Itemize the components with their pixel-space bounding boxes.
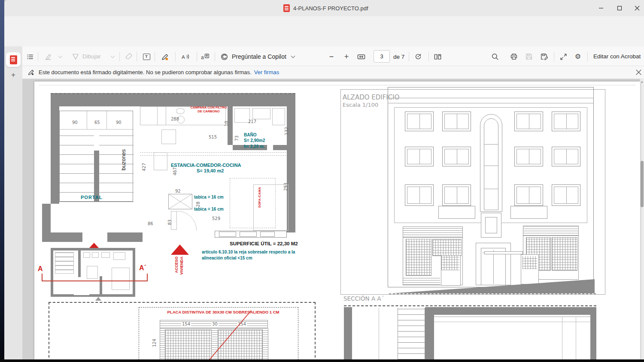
close-window-button[interactable] [629, 0, 644, 16]
window-title-group: 4-PLANOS-F PROYECTO.pdf [283, 4, 368, 12]
dim-92: 92 [175, 189, 181, 193]
dim-30: 30 [211, 322, 219, 326]
fit-width-icon[interactable] [357, 52, 365, 61]
signature-pen-icon[interactable] [161, 52, 169, 61]
svg-text:A: A [182, 54, 185, 60]
estancia-area-label: S= 19,40 m2 [197, 168, 224, 173]
search-document-icon[interactable] [491, 52, 499, 61]
page-total-label: de 7 [393, 54, 404, 60]
tabica-2: tabica = 16 cm [194, 207, 224, 211]
section-marker-a: A [38, 265, 43, 273]
notice-message: Este documento está firmado digitalmente… [39, 69, 252, 75]
maximize-button[interactable] [611, 0, 629, 16]
table-of-contents-icon[interactable] [26, 52, 34, 61]
dim-515: 515 [209, 135, 217, 139]
view-signatures-link[interactable]: Ver firmas [254, 69, 279, 75]
draw-label[interactable]: Dibujar [82, 53, 101, 60]
draw-chevron-icon[interactable] [108, 52, 117, 61]
dim-65: 65 [94, 120, 100, 125]
scrollbar-thumb[interactable] [641, 161, 644, 207]
estancia-label: ESTANCIA-COMEDOR-COCINA [171, 163, 241, 168]
translate-icon[interactable]: a [201, 52, 210, 61]
read-aloud-icon[interactable]: A [181, 52, 190, 61]
articulo-line-2: alineación oficial <15 cm [202, 256, 252, 260]
buzones-label: buzones [120, 149, 127, 170]
placa-label: PLACA DISTINTIVA DE 30X30 CM SOBRESALIEN… [142, 310, 305, 314]
taskbar-edge [0, 359, 644, 362]
dim-154a: 154 [181, 322, 191, 326]
storefront-left [403, 226, 463, 285]
highlighter-icon[interactable] [44, 52, 52, 61]
dim-288: 288 [171, 117, 179, 121]
campana-label: CAMPANA CON FILTRODE CARBONO [188, 106, 229, 113]
desktop-background [0, 0, 4, 362]
print-icon[interactable] [510, 52, 518, 61]
bath-label: BAÑOS= 2,90m2 [244, 132, 265, 143]
screen: 4-PLANOS-F PROYECTO.pdf ⌂ i Archivo C:/U… [0, 0, 644, 362]
window-title: 4-PLANOS-F PROYECTO.pdf [293, 5, 368, 12]
dim-83: 83 [167, 220, 172, 225]
navigation-bar: ⌂ i Archivo C:/Users/antonio3/Desktop/AÑ… [4, 16, 644, 33]
vertical-tab-strip: + [4, 46, 22, 359]
pdf-file-icon [283, 4, 290, 12]
signature-notice-bar: Este documento está firmado digitalmente… [22, 66, 644, 79]
copilot-ask-label[interactable]: Pregúntale a Copilot [232, 53, 286, 60]
add-text-icon[interactable]: T [142, 52, 151, 61]
section-cut-line [42, 281, 148, 281]
awning [484, 251, 523, 254]
bath-height-label: h= 2,20 m. [244, 144, 265, 149]
fullscreen-icon[interactable] [559, 52, 568, 61]
dim-10: 10 [224, 121, 229, 127]
dim-90a: 90 [72, 120, 78, 125]
scrollbar-track[interactable] [640, 79, 644, 359]
section-title: SECCIÓN A A´ [343, 295, 384, 302]
rotate-icon[interactable] [414, 52, 422, 61]
save-as-icon[interactable] [540, 52, 548, 61]
highlighter-chevron-icon[interactable] [56, 52, 64, 61]
edit-acrobat-button[interactable]: Editar con Acrobat [593, 53, 641, 60]
tabica-1: tabica = 16 cm [194, 195, 224, 199]
dim-28: 28 [196, 202, 200, 207]
favorites-bar: Importar favoritos Pestañas de 17/07/...… [4, 33, 644, 46]
dim-217: 217 [248, 119, 256, 124]
zoom-out-button[interactable]: − [327, 52, 336, 61]
dim-86: 86 [148, 221, 153, 226]
articulo-line-1: artículo 6.10.10 la reja sobresale respe… [202, 250, 295, 254]
dim-132: 132 [284, 127, 289, 135]
superficie-label: SUPERFICIE ÚTIL = 22,30 M2 [230, 241, 337, 246]
copilot-ask-icon[interactable] [220, 52, 228, 61]
draw-pen-icon[interactable] [71, 52, 80, 61]
elevation-scale: Escala 1/100 [343, 102, 378, 108]
signature-notice-text: Este documento está firmado digitalmente… [39, 69, 279, 75]
dim-124: 124 [152, 339, 157, 347]
dim-73: 73 [234, 136, 239, 141]
acceso-vivienda-arrow [171, 244, 189, 255]
zoom-in-button[interactable]: + [342, 52, 351, 61]
page-view-icon[interactable] [433, 52, 442, 61]
minimize-button[interactable] [592, 0, 610, 16]
active-pdf-tab[interactable] [6, 52, 21, 67]
pdf-tab-icon [10, 55, 17, 64]
dim-90b: 90 [116, 120, 122, 125]
dim-529: 529 [212, 216, 220, 221]
close-notice-icon[interactable] [635, 69, 642, 75]
copilot-chevron-icon[interactable] [289, 52, 297, 61]
new-tab-button[interactable]: + [9, 70, 18, 80]
portal-label: PORTAL [81, 195, 102, 200]
save-icon[interactable] [525, 52, 533, 61]
acceso-vivienda-label-2: VIVIENDA [179, 256, 184, 275]
dim-467: 467 [173, 167, 177, 175]
scrollbar-up-icon[interactable]: ▲ [641, 80, 644, 83]
acceso-arrow [89, 243, 99, 248]
sofa-cama-label: SOFA-CAMA [258, 187, 261, 208]
dim-427: 427 [142, 163, 146, 171]
settings-gear-icon[interactable]: ⚙ [574, 52, 582, 61]
page-number-input[interactable]: 3 [374, 50, 390, 63]
eraser-icon[interactable] [125, 52, 133, 61]
pdf-page: 90 65 90 buzones PORTAL CAMPANA CON FILT… [34, 81, 640, 359]
signature-notice-icon [27, 69, 35, 76]
dim-154b: 154 [237, 322, 247, 326]
acceso-vivienda-label-1: ACCESO [174, 256, 179, 273]
svg-text:a: a [201, 54, 204, 60]
section-marker-a-prime: A´ [139, 264, 146, 272]
